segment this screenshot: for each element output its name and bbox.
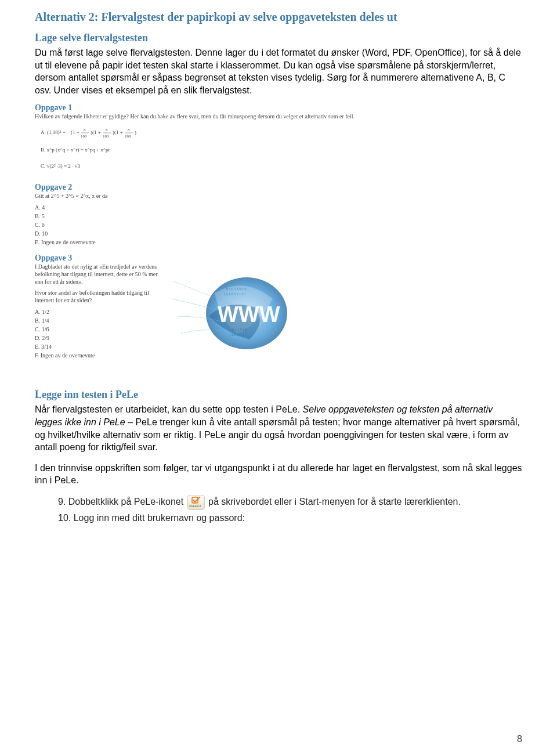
svg-text:100: 100 (81, 134, 87, 139)
steps-list: 9. Dobbeltklikk på PeLe-ikonet ONE2ACT p… (58, 495, 522, 525)
www-globe-icon: WWW 0 1 0 1 1 0 1 0 1 0 1 0 0 1 1 0 1 0 … (168, 258, 290, 363)
svg-text:100: 100 (103, 134, 109, 139)
svg-text:C.  √(2² ·3) = 2 · √3: C. √(2² ·3) = 2 · √3 (41, 163, 80, 169)
oppgave2-option-b: B. 5 (35, 212, 360, 220)
example-quiz-screenshot: Oppgave 1 Hvilken av følgende likheter e… (35, 103, 360, 360)
svg-text:1 0 1 0 0 1 1 0 1: 1 0 1 0 0 1 1 0 1 (223, 292, 246, 296)
section2-paragraph2: I den trinnvise oppskriften som følger, … (35, 462, 522, 487)
svg-text:B.  x^p (x^q + x^r) = x^pq + x: B. x^p (x^q + x^r) = x^pq + x^pr (41, 147, 110, 153)
step-10: 10. Logg inn med ditt brukernavn og pass… (58, 511, 522, 525)
pele-icon-label: ONE2ACT (189, 504, 202, 509)
page-title: Alternativ 2: Flervalgstest der papirkop… (35, 10, 522, 24)
oppgave2-option-a: A. 4 (35, 203, 360, 212)
oppgave2-option-c: C. 6 (35, 220, 360, 229)
svg-text:1 0 0 1 0 1 1: 1 0 0 1 0 1 1 (229, 333, 247, 337)
svg-text:8: 8 (106, 128, 108, 132)
oppgave1-options: A. (1,08)³ = (1 + 8 100 )(1 + 8 100 )(1 … (35, 124, 360, 176)
oppgave3-text1: I Dagbladet sto det nylig at «En tredjed… (35, 263, 162, 285)
section-heading-2: Legge inn testen i PeLe (35, 389, 522, 401)
svg-text:(1 +: (1 + (71, 129, 79, 135)
oppgave2-text: Gitt at 2^5 + 2^5 = 2^x, x er da (35, 192, 360, 200)
section2-paragraph1: Når flervalgstesten er utarbeidet, kan d… (35, 403, 522, 453)
step-9b-text: på skrivebordet eller i Start-menyen for… (208, 497, 461, 507)
svg-text:): ) (135, 129, 136, 135)
oppgave2-option-e: E. Ingen av de overnevnte (35, 238, 360, 247)
svg-text:A.  (1,08)³ =: A. (1,08)³ = (41, 129, 66, 135)
section2-p1a: Når flervalgstesten er utarbeidet, kan d… (35, 404, 303, 414)
step-9a-text: 9. Dobbeltklikk på PeLe-ikonet (58, 497, 183, 507)
svg-text:)(1 +: )(1 + (91, 129, 101, 135)
svg-text:WWW: WWW (218, 302, 280, 327)
pele-icon: ONE2ACT (187, 495, 205, 510)
oppgave2-title: Oppgave 2 (35, 183, 360, 192)
svg-text:8: 8 (84, 128, 86, 132)
step-9: 9. Dobbeltklikk på PeLe-ikonet ONE2ACT p… (58, 495, 522, 510)
svg-text:8: 8 (128, 128, 130, 132)
section1-paragraph: Du må først lage selve flervalgstesten. … (35, 46, 522, 96)
section-heading-1: Lage selve flervalgstesten (35, 32, 522, 44)
oppgave3-text2: Hvor stor andel av befolkningen hadde ti… (35, 289, 162, 304)
page-number: 8 (517, 734, 522, 744)
oppgave1-title: Oppgave 1 (35, 103, 360, 113)
oppgave1-text: Hvilken av følgende likheter er gyldige?… (35, 113, 360, 120)
svg-text:100: 100 (125, 134, 131, 139)
svg-text:)(1 +: )(1 + (113, 129, 123, 135)
oppgave2-option-d: D. 10 (35, 229, 360, 238)
svg-text:0 1 1 0 1 0: 0 1 1 0 1 0 (232, 328, 247, 331)
svg-text:0 1 0 1 1 0 1 0: 0 1 0 1 1 0 1 0 (226, 287, 247, 291)
oppgave1-formulas-icon: A. (1,08)³ = (1 + 8 100 )(1 + 8 100 )(1 … (35, 124, 197, 173)
